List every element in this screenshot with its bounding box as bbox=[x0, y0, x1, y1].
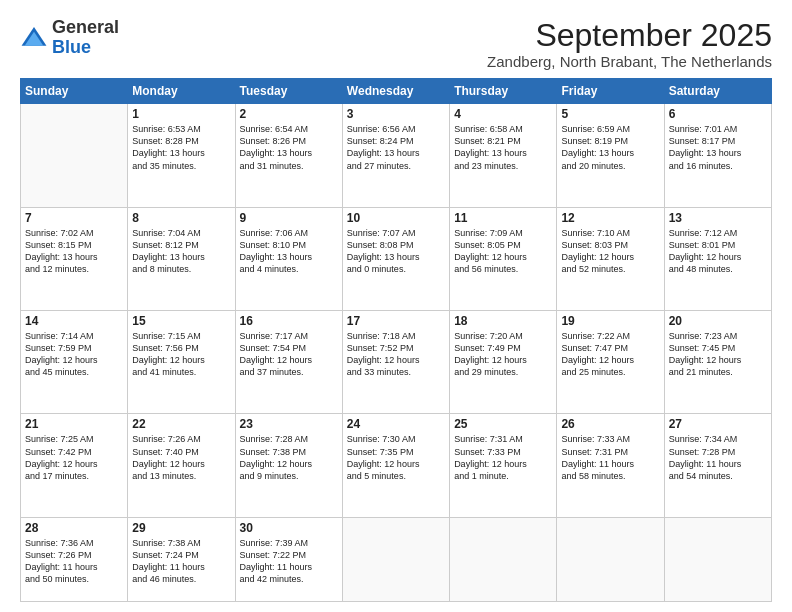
calendar-cell: 13Sunrise: 7:12 AMSunset: 8:01 PMDayligh… bbox=[664, 207, 771, 310]
day-number: 19 bbox=[561, 314, 659, 328]
calendar-cell: 11Sunrise: 7:09 AMSunset: 8:05 PMDayligh… bbox=[450, 207, 557, 310]
calendar-cell: 6Sunrise: 7:01 AMSunset: 8:17 PMDaylight… bbox=[664, 104, 771, 207]
calendar-cell: 18Sunrise: 7:20 AMSunset: 7:49 PMDayligh… bbox=[450, 311, 557, 414]
weekday-header-thursday: Thursday bbox=[450, 79, 557, 104]
day-info: Sunrise: 6:58 AMSunset: 8:21 PMDaylight:… bbox=[454, 123, 552, 172]
calendar-cell: 23Sunrise: 7:28 AMSunset: 7:38 PMDayligh… bbox=[235, 414, 342, 517]
title-block: September 2025 Zandberg, North Brabant, … bbox=[487, 18, 772, 70]
day-info: Sunrise: 7:07 AMSunset: 8:08 PMDaylight:… bbox=[347, 227, 445, 276]
day-info: Sunrise: 7:39 AMSunset: 7:22 PMDaylight:… bbox=[240, 537, 338, 586]
day-number: 1 bbox=[132, 107, 230, 121]
day-info: Sunrise: 7:15 AMSunset: 7:56 PMDaylight:… bbox=[132, 330, 230, 379]
calendar-week-row: 1Sunrise: 6:53 AMSunset: 8:28 PMDaylight… bbox=[21, 104, 772, 207]
calendar-cell: 22Sunrise: 7:26 AMSunset: 7:40 PMDayligh… bbox=[128, 414, 235, 517]
calendar-week-row: 21Sunrise: 7:25 AMSunset: 7:42 PMDayligh… bbox=[21, 414, 772, 517]
day-number: 14 bbox=[25, 314, 123, 328]
calendar-week-row: 28Sunrise: 7:36 AMSunset: 7:26 PMDayligh… bbox=[21, 517, 772, 601]
weekday-header-tuesday: Tuesday bbox=[235, 79, 342, 104]
day-info: Sunrise: 7:33 AMSunset: 7:31 PMDaylight:… bbox=[561, 433, 659, 482]
calendar-cell: 12Sunrise: 7:10 AMSunset: 8:03 PMDayligh… bbox=[557, 207, 664, 310]
page: General Blue September 2025 Zandberg, No… bbox=[0, 0, 792, 612]
calendar-cell: 17Sunrise: 7:18 AMSunset: 7:52 PMDayligh… bbox=[342, 311, 449, 414]
day-info: Sunrise: 7:18 AMSunset: 7:52 PMDaylight:… bbox=[347, 330, 445, 379]
day-number: 12 bbox=[561, 211, 659, 225]
day-info: Sunrise: 6:56 AMSunset: 8:24 PMDaylight:… bbox=[347, 123, 445, 172]
weekday-header-wednesday: Wednesday bbox=[342, 79, 449, 104]
day-number: 21 bbox=[25, 417, 123, 431]
calendar-cell: 15Sunrise: 7:15 AMSunset: 7:56 PMDayligh… bbox=[128, 311, 235, 414]
logo-text: General Blue bbox=[52, 18, 119, 58]
day-number: 18 bbox=[454, 314, 552, 328]
day-info: Sunrise: 7:20 AMSunset: 7:49 PMDaylight:… bbox=[454, 330, 552, 379]
day-info: Sunrise: 7:10 AMSunset: 8:03 PMDaylight:… bbox=[561, 227, 659, 276]
day-info: Sunrise: 7:25 AMSunset: 7:42 PMDaylight:… bbox=[25, 433, 123, 482]
calendar-cell: 3Sunrise: 6:56 AMSunset: 8:24 PMDaylight… bbox=[342, 104, 449, 207]
header: General Blue September 2025 Zandberg, No… bbox=[20, 18, 772, 70]
day-info: Sunrise: 7:04 AMSunset: 8:12 PMDaylight:… bbox=[132, 227, 230, 276]
calendar-cell: 24Sunrise: 7:30 AMSunset: 7:35 PMDayligh… bbox=[342, 414, 449, 517]
day-number: 27 bbox=[669, 417, 767, 431]
day-info: Sunrise: 7:22 AMSunset: 7:47 PMDaylight:… bbox=[561, 330, 659, 379]
calendar-cell: 30Sunrise: 7:39 AMSunset: 7:22 PMDayligh… bbox=[235, 517, 342, 601]
day-number: 2 bbox=[240, 107, 338, 121]
calendar-cell: 29Sunrise: 7:38 AMSunset: 7:24 PMDayligh… bbox=[128, 517, 235, 601]
day-number: 20 bbox=[669, 314, 767, 328]
day-number: 6 bbox=[669, 107, 767, 121]
calendar-cell: 28Sunrise: 7:36 AMSunset: 7:26 PMDayligh… bbox=[21, 517, 128, 601]
day-number: 26 bbox=[561, 417, 659, 431]
day-number: 13 bbox=[669, 211, 767, 225]
calendar-week-row: 14Sunrise: 7:14 AMSunset: 7:59 PMDayligh… bbox=[21, 311, 772, 414]
day-number: 24 bbox=[347, 417, 445, 431]
day-info: Sunrise: 7:14 AMSunset: 7:59 PMDaylight:… bbox=[25, 330, 123, 379]
calendar-cell bbox=[342, 517, 449, 601]
calendar-cell: 21Sunrise: 7:25 AMSunset: 7:42 PMDayligh… bbox=[21, 414, 128, 517]
calendar-cell: 7Sunrise: 7:02 AMSunset: 8:15 PMDaylight… bbox=[21, 207, 128, 310]
calendar-table: SundayMondayTuesdayWednesdayThursdayFrid… bbox=[20, 78, 772, 602]
logo-general: General bbox=[52, 17, 119, 37]
day-number: 17 bbox=[347, 314, 445, 328]
calendar-cell: 1Sunrise: 6:53 AMSunset: 8:28 PMDaylight… bbox=[128, 104, 235, 207]
day-info: Sunrise: 7:38 AMSunset: 7:24 PMDaylight:… bbox=[132, 537, 230, 586]
day-number: 23 bbox=[240, 417, 338, 431]
location: Zandberg, North Brabant, The Netherlands bbox=[487, 53, 772, 70]
calendar-cell: 16Sunrise: 7:17 AMSunset: 7:54 PMDayligh… bbox=[235, 311, 342, 414]
day-info: Sunrise: 7:26 AMSunset: 7:40 PMDaylight:… bbox=[132, 433, 230, 482]
weekday-header-row: SundayMondayTuesdayWednesdayThursdayFrid… bbox=[21, 79, 772, 104]
calendar-week-row: 7Sunrise: 7:02 AMSunset: 8:15 PMDaylight… bbox=[21, 207, 772, 310]
calendar-cell: 8Sunrise: 7:04 AMSunset: 8:12 PMDaylight… bbox=[128, 207, 235, 310]
calendar-cell bbox=[664, 517, 771, 601]
day-number: 15 bbox=[132, 314, 230, 328]
calendar-cell: 10Sunrise: 7:07 AMSunset: 8:08 PMDayligh… bbox=[342, 207, 449, 310]
day-number: 8 bbox=[132, 211, 230, 225]
day-info: Sunrise: 7:34 AMSunset: 7:28 PMDaylight:… bbox=[669, 433, 767, 482]
calendar-cell: 25Sunrise: 7:31 AMSunset: 7:33 PMDayligh… bbox=[450, 414, 557, 517]
day-number: 3 bbox=[347, 107, 445, 121]
day-info: Sunrise: 7:17 AMSunset: 7:54 PMDaylight:… bbox=[240, 330, 338, 379]
day-number: 10 bbox=[347, 211, 445, 225]
calendar-cell: 2Sunrise: 6:54 AMSunset: 8:26 PMDaylight… bbox=[235, 104, 342, 207]
day-info: Sunrise: 7:12 AMSunset: 8:01 PMDaylight:… bbox=[669, 227, 767, 276]
day-info: Sunrise: 7:23 AMSunset: 7:45 PMDaylight:… bbox=[669, 330, 767, 379]
day-info: Sunrise: 7:28 AMSunset: 7:38 PMDaylight:… bbox=[240, 433, 338, 482]
calendar-cell: 9Sunrise: 7:06 AMSunset: 8:10 PMDaylight… bbox=[235, 207, 342, 310]
day-number: 7 bbox=[25, 211, 123, 225]
day-number: 30 bbox=[240, 521, 338, 535]
day-info: Sunrise: 6:54 AMSunset: 8:26 PMDaylight:… bbox=[240, 123, 338, 172]
weekday-header-monday: Monday bbox=[128, 79, 235, 104]
day-info: Sunrise: 7:02 AMSunset: 8:15 PMDaylight:… bbox=[25, 227, 123, 276]
weekday-header-saturday: Saturday bbox=[664, 79, 771, 104]
day-number: 16 bbox=[240, 314, 338, 328]
day-number: 4 bbox=[454, 107, 552, 121]
day-info: Sunrise: 7:09 AMSunset: 8:05 PMDaylight:… bbox=[454, 227, 552, 276]
day-info: Sunrise: 7:36 AMSunset: 7:26 PMDaylight:… bbox=[25, 537, 123, 586]
day-info: Sunrise: 7:31 AMSunset: 7:33 PMDaylight:… bbox=[454, 433, 552, 482]
day-number: 28 bbox=[25, 521, 123, 535]
day-number: 25 bbox=[454, 417, 552, 431]
calendar-cell: 4Sunrise: 6:58 AMSunset: 8:21 PMDaylight… bbox=[450, 104, 557, 207]
weekday-header-sunday: Sunday bbox=[21, 79, 128, 104]
calendar-cell: 26Sunrise: 7:33 AMSunset: 7:31 PMDayligh… bbox=[557, 414, 664, 517]
day-number: 11 bbox=[454, 211, 552, 225]
day-info: Sunrise: 6:59 AMSunset: 8:19 PMDaylight:… bbox=[561, 123, 659, 172]
calendar-cell: 5Sunrise: 6:59 AMSunset: 8:19 PMDaylight… bbox=[557, 104, 664, 207]
logo: General Blue bbox=[20, 18, 119, 58]
